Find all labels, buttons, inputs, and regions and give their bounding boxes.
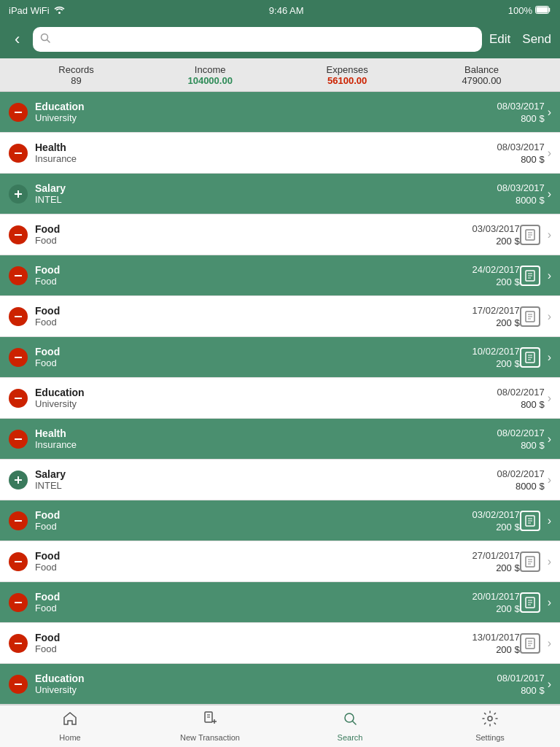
tx-info: EducationUniversity — [35, 673, 497, 695]
summary-balance: Balance 47900.00 — [462, 64, 501, 86]
svg-line-4 — [47, 40, 50, 43]
receipt-icon[interactable] — [520, 347, 540, 368]
settings-tab-icon — [482, 711, 498, 731]
expense-icon — [9, 389, 28, 408]
tx-right: 03/02/2017200 $ — [472, 509, 520, 533]
device-label: iPad WiFi — [9, 5, 50, 16]
expense-icon — [9, 144, 28, 163]
transaction-row[interactable]: HealthInsurance08/03/2017800 $› — [0, 133, 560, 174]
receipt-icon[interactable] — [520, 511, 540, 531]
receipt-icon[interactable] — [520, 306, 540, 327]
tx-date: 08/02/2017 — [497, 468, 545, 479]
status-bar: iPad WiFi 9:46 AM 100% — [0, 0, 560, 20]
search-box[interactable] — [33, 27, 482, 52]
tx-right: 08/03/2017800 $ — [497, 142, 545, 165]
transaction-row[interactable]: SalaryINTEL08/03/20178000 $› — [0, 174, 560, 214]
transaction-row[interactable]: FoodFood13/01/2017200 $ › — [0, 623, 560, 664]
home-tab-icon — [62, 711, 78, 731]
tx-date: 08/03/2017 — [497, 142, 545, 152]
receipt-icon[interactable] — [520, 633, 540, 654]
chevron-right-icon: › — [548, 187, 551, 201]
tx-right: 03/03/2017200 $ — [472, 223, 520, 247]
receipt-icon[interactable] — [520, 551, 540, 572]
balance-label: Balance — [462, 64, 501, 75]
expense-icon — [9, 634, 28, 653]
category-name: Food — [35, 509, 472, 521]
chevron-right-icon: › — [548, 637, 551, 650]
tx-info: SalaryINTEL — [35, 468, 497, 491]
tx-date: 20/01/2017 — [472, 591, 520, 602]
summary-expenses: Expenses 56100.00 — [327, 64, 368, 86]
tx-amount: 200 $ — [496, 276, 520, 287]
expenses-label: Expenses — [327, 64, 368, 75]
transaction-row[interactable]: HealthInsurance08/02/2017800 $› — [0, 419, 560, 460]
transaction-row[interactable]: FoodFood10/02/2017200 $ › — [0, 337, 560, 378]
tx-amount: 800 $ — [521, 113, 545, 124]
tab-search[interactable]: Search — [280, 708, 420, 745]
tx-actions: › — [545, 678, 551, 691]
transaction-row[interactable]: FoodFood27/01/2017200 $ › — [0, 541, 560, 582]
transaction-row[interactable]: FoodFood24/02/2017200 $ › — [0, 255, 560, 296]
tab-bar: Home New Transaction Search Settings — [0, 705, 560, 747]
tab-home[interactable]: Home — [0, 708, 140, 745]
category-name: Salary — [35, 182, 497, 194]
tx-date: 03/02/2017 — [472, 509, 520, 520]
home-tab-label: Home — [59, 733, 80, 742]
tx-right: 08/02/2017800 $ — [497, 427, 545, 451]
category-name: Food — [35, 305, 472, 317]
category-name: Food — [35, 223, 472, 235]
transaction-row[interactable]: FoodFood20/01/2017200 $ › — [0, 582, 560, 623]
transaction-row[interactable]: EducationUniversity08/01/2017800 $› — [0, 664, 560, 705]
back-button[interactable]: ‹ — [9, 27, 26, 52]
tx-right: 13/01/2017200 $ — [472, 632, 520, 655]
tx-amount: 200 $ — [496, 317, 520, 328]
tx-info: FoodFood — [35, 509, 472, 532]
tx-amount: 800 $ — [521, 399, 545, 410]
search-input[interactable] — [55, 34, 475, 46]
search-tab-icon — [342, 711, 358, 731]
income-label: Income — [187, 64, 232, 75]
summary-income: Income 104000.00 — [187, 64, 232, 86]
send-button[interactable]: Send — [522, 32, 551, 47]
tx-date: 08/02/2017 — [497, 427, 545, 438]
category-name: Food — [35, 632, 472, 643]
receipt-icon[interactable] — [520, 266, 540, 286]
receipt-icon[interactable] — [520, 592, 540, 613]
tx-date: 03/03/2017 — [472, 223, 520, 234]
battery-label: 100% — [508, 5, 532, 16]
tab-settings[interactable]: Settings — [420, 708, 560, 745]
edit-button[interactable]: Edit — [489, 32, 510, 47]
tx-actions: › — [520, 551, 551, 572]
chevron-right-icon: › — [548, 678, 551, 691]
category-sub: Insurance — [35, 439, 497, 450]
category-name: Education — [35, 387, 497, 398]
expense-icon — [9, 675, 28, 694]
transaction-row[interactable]: FoodFood17/02/2017200 $ › — [0, 296, 560, 337]
tx-info: FoodFood — [35, 591, 472, 614]
status-time: 9:46 AM — [269, 5, 304, 16]
transaction-row[interactable]: EducationUniversity08/02/2017800 $› — [0, 378, 560, 419]
category-name: Salary — [35, 468, 497, 480]
tx-amount: 200 $ — [496, 522, 520, 533]
chevron-right-icon: › — [548, 555, 551, 568]
tx-actions: › — [545, 392, 551, 405]
chevron-right-icon: › — [548, 228, 551, 241]
transaction-row[interactable]: SalaryINTEL08/02/20178000 $› — [0, 460, 560, 500]
tx-info: EducationUniversity — [35, 101, 497, 123]
tx-date: 10/02/2017 — [472, 346, 520, 357]
tx-amount: 8000 $ — [516, 195, 545, 206]
tx-right: 27/01/2017200 $ — [472, 550, 520, 573]
summary-bar: Records 89 Income 104000.00 Expenses 561… — [0, 58, 560, 92]
tx-right: 10/02/2017200 $ — [472, 346, 520, 369]
transaction-row[interactable]: FoodFood03/03/2017200 $ › — [0, 214, 560, 255]
tx-date: 08/01/2017 — [497, 673, 545, 684]
income-icon — [9, 185, 28, 204]
category-sub: INTEL — [35, 480, 497, 491]
tab-new-transaction[interactable]: New Transaction — [140, 708, 280, 745]
receipt-icon[interactable] — [520, 225, 540, 245]
transaction-row[interactable]: FoodFood03/02/2017200 $ › — [0, 500, 560, 541]
expense-icon — [9, 103, 28, 122]
category-name: Education — [35, 101, 497, 112]
tx-info: FoodFood — [35, 346, 472, 368]
transaction-row[interactable]: EducationUniversity08/03/2017800 $› — [0, 92, 560, 133]
